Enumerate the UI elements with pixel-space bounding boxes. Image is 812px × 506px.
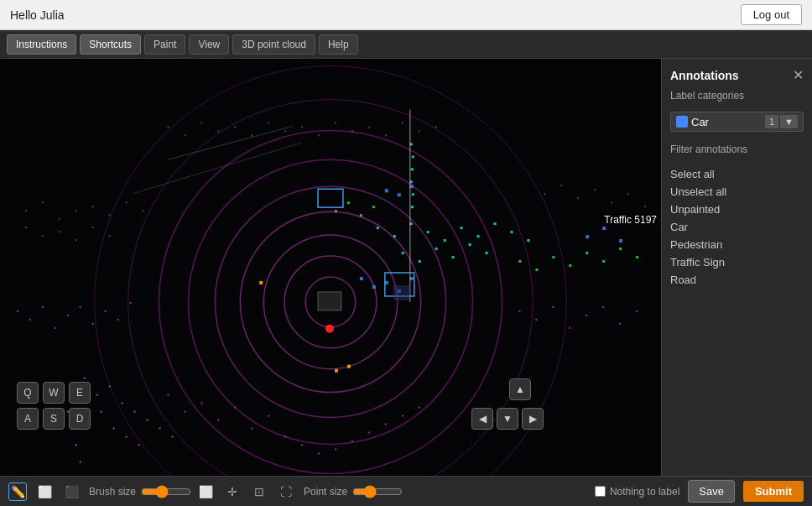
lasso-tool-icon[interactable]: ⬛ [62,483,81,501]
svg-rect-144 [419,130,420,132]
brush-size-label: Brush size [89,486,136,498]
fullscreen-icon[interactable]: ⛶ [277,483,295,501]
filter-car[interactable]: Car [670,218,804,236]
point-size-slider[interactable] [352,485,403,498]
svg-rect-121 [109,235,111,237]
submit-button[interactable]: Submit [743,481,804,502]
select-tool-icon[interactable]: ⬜ [35,483,54,501]
svg-rect-128 [644,206,646,207]
svg-rect-21 [184,411,185,413]
svg-rect-23 [217,420,219,421]
svg-rect-131 [200,122,202,123]
filter-unselect-all[interactable]: Unselect all [670,183,804,201]
move-tool-icon[interactable]: ✛ [223,483,242,501]
nav-down-arrow[interactable]: ▼ [497,408,518,430]
svg-rect-84 [360,214,362,216]
filter-pedestrian[interactable]: Pedestrian [670,236,804,253]
key-row-qwe: Q W E [17,382,91,404]
svg-rect-30 [335,448,336,450]
svg-rect-44 [84,378,86,379]
svg-rect-43 [636,310,638,312]
filter-unpainted[interactable]: Unpainted [670,201,804,218]
svg-rect-143 [402,122,403,123]
svg-rect-136 [284,130,286,132]
svg-rect-65 [461,227,463,229]
svg-rect-75 [486,252,488,254]
3d-point-cloud-button[interactable]: 3D point cloud [232,34,315,55]
svg-rect-47 [122,403,123,404]
svg-rect-40 [586,315,587,316]
key-row-asd: A S D [17,408,91,430]
svg-rect-66 [477,235,480,237]
filter-traffic-sign[interactable]: Traffic Sign [670,253,804,271]
help-button[interactable]: Help [319,34,358,55]
svg-rect-104 [619,239,622,243]
svg-rect-82 [335,210,337,212]
canvas-up-button[interactable]: ▲ [509,378,531,400]
shortcuts-button[interactable]: Shortcuts [80,34,141,55]
label-select-buttons: 1 ▼ [765,115,798,128]
svg-rect-13 [55,327,56,329]
svg-rect-60 [377,227,379,229]
svg-rect-81 [411,206,414,208]
save-button[interactable]: Save [688,480,735,503]
svg-rect-129 [167,126,169,128]
nav-left-arrow[interactable]: ◀ [471,408,493,430]
svg-rect-98 [372,285,376,289]
transform-tool-icon[interactable]: ⊡ [250,483,268,501]
nav-right-arrow[interactable]: ▶ [522,408,544,430]
keyboard-hints: Q W E A S D [17,382,91,430]
label-dropdown-button[interactable]: ▼ [780,115,798,128]
svg-rect-67 [494,222,497,225]
brush-size-slider[interactable] [141,485,191,498]
topbar: Hello Julia Log out [0,0,812,30]
svg-rect-46 [109,386,111,388]
svg-rect-91 [602,260,605,263]
svg-rect-51 [171,436,173,437]
paint-button[interactable]: Paint [144,34,185,55]
svg-rect-42 [619,323,621,325]
point-size-label: Point size [304,486,347,498]
brush-tool-icon[interactable]: ✏️ [8,483,27,501]
svg-rect-77 [412,155,414,158]
point-size-control: Point size [304,485,403,498]
canvas-area[interactable]: Traffic 5197 Q W E A S D ▲ ◀ ▼ ▶ [0,59,661,476]
svg-rect-133 [234,126,236,128]
svg-rect-29 [318,452,320,454]
svg-rect-102 [586,235,589,238]
key-q: Q [17,382,39,404]
svg-rect-41 [602,306,604,308]
svg-rect-19 [130,302,132,304]
nothing-to-label-checkbox[interactable] [595,486,606,497]
svg-rect-139 [335,122,336,123]
svg-rect-124 [577,197,579,199]
svg-rect-63 [427,231,429,233]
filter-road[interactable]: Road [670,271,804,289]
panel-close-button[interactable]: ✕ [793,67,804,83]
svg-rect-85 [372,206,375,208]
up-arrow-icon[interactable]: ▲ [509,378,531,400]
svg-rect-17 [105,310,107,312]
svg-rect-113 [109,214,111,216]
svg-rect-78 [411,168,414,170]
label-select-index-button[interactable]: 1 [765,115,778,128]
svg-rect-35 [419,407,420,409]
main-toolbar: Instructions Shortcuts Paint View 3D poi… [0,30,812,59]
statusbar: ✏️ ⬜ ⬛ Brush size ⬜ ✛ ⊡ ⛶ Point size Not… [0,476,812,506]
key-e: E [69,382,91,404]
label-select-dropdown[interactable]: Car 1 ▼ [670,112,804,132]
svg-rect-118 [59,231,60,232]
view-button[interactable]: View [189,34,229,55]
instructions-button[interactable]: Instructions [7,34,76,55]
svg-rect-92 [619,248,622,250]
svg-rect-59 [80,461,81,462]
brush-shape-icon[interactable]: ⬜ [196,483,215,501]
key-a: A [17,408,39,430]
svg-rect-24 [234,407,236,409]
svg-rect-25 [251,428,252,430]
key-d: D [69,408,91,430]
svg-rect-69 [527,239,529,242]
logout-button[interactable]: Log out [741,4,802,25]
filter-select-all[interactable]: Select all [670,165,804,183]
svg-rect-15 [80,306,81,308]
